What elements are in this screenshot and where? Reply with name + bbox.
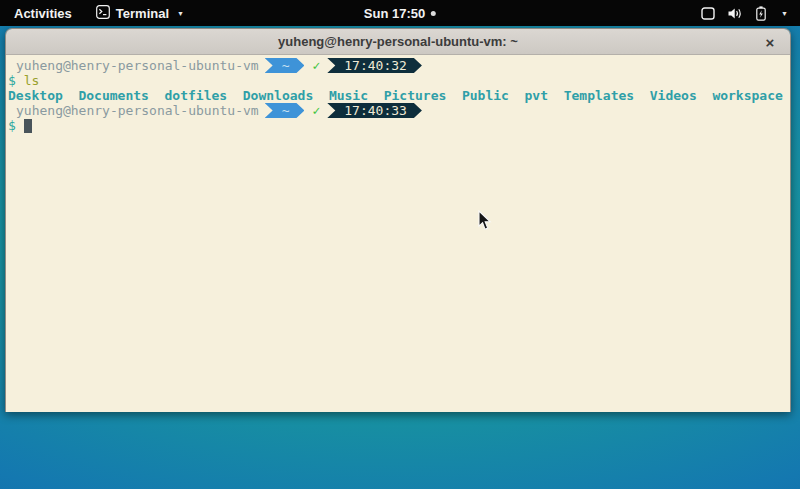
directory-entry: Public	[462, 88, 509, 103]
prompt-cwd-segment: ~	[265, 103, 305, 118]
app-menu-label: Terminal	[116, 6, 169, 21]
directory-entry: Videos	[650, 88, 697, 103]
prompt-cwd-segment: ~	[265, 58, 305, 73]
prompt-time-segment: 17:40:32	[327, 58, 422, 73]
directory-entry: workspace	[712, 88, 782, 103]
directory-entry: pvt	[525, 88, 548, 103]
battery-charging-icon	[756, 6, 766, 21]
command-text: ls	[24, 73, 40, 88]
prompt-user-host: yuheng@henry-personal-ubuntu-vm	[16, 58, 259, 73]
directory-entry: Templates	[564, 88, 634, 103]
prompt-symbol: $	[8, 118, 16, 133]
activities-button[interactable]: Activities	[0, 0, 86, 26]
window-title: yuheng@henry-personal-ubuntu-vm: ~	[278, 34, 518, 49]
clock-label: Sun 17:50	[364, 6, 425, 21]
directory-entry: Documents	[78, 88, 148, 103]
notification-dot	[431, 11, 436, 16]
ls-output-line: Desktop Documents dotfiles Downloads Mus…	[8, 88, 790, 103]
prompt-status-check-icon: ✓	[312, 58, 320, 73]
terminal-window: yuheng@henry-personal-ubuntu-vm: ~ × yuh…	[5, 28, 791, 412]
prompt-symbol: $	[8, 73, 16, 88]
prompt-user-host: yuheng@henry-personal-ubuntu-vm	[16, 103, 259, 118]
directory-entry: Downloads	[243, 88, 313, 103]
close-button[interactable]: ×	[759, 29, 781, 55]
input-line[interactable]: $	[8, 118, 790, 133]
prompt-line-2: yuheng@henry-personal-ubuntu-vm ~ ✓ 17:4…	[8, 103, 790, 118]
directory-entry: Music	[329, 88, 368, 103]
terminal-content[interactable]: yuheng@henry-personal-ubuntu-vm ~ ✓ 17:4…	[6, 55, 790, 412]
display-icon	[701, 7, 715, 20]
directory-entry: Desktop	[8, 88, 63, 103]
chevron-down-icon: ▼	[781, 10, 788, 17]
system-status-area[interactable]: ▼	[689, 0, 800, 26]
chevron-down-icon: ▼	[177, 10, 184, 17]
directory-entry: Pictures	[384, 88, 447, 103]
command-line: $ ls	[8, 73, 790, 88]
terminal-cursor	[24, 119, 32, 133]
prompt-line-1: yuheng@henry-personal-ubuntu-vm ~ ✓ 17:4…	[8, 58, 790, 73]
window-titlebar[interactable]: yuheng@henry-personal-ubuntu-vm: ~ ×	[6, 29, 790, 55]
clock-button[interactable]: Sun 17:50	[354, 0, 446, 26]
prompt-status-check-icon: ✓	[312, 103, 320, 118]
directory-entry: dotfiles	[165, 88, 228, 103]
top-bar: Activities Terminal ▼ Sun 17:50	[0, 0, 800, 26]
terminal-app-icon	[96, 5, 110, 22]
app-menu-button[interactable]: Terminal ▼	[86, 0, 194, 26]
prompt-time-segment: 17:40:33	[327, 103, 422, 118]
volume-icon	[728, 7, 743, 20]
mouse-pointer-icon	[478, 210, 492, 235]
